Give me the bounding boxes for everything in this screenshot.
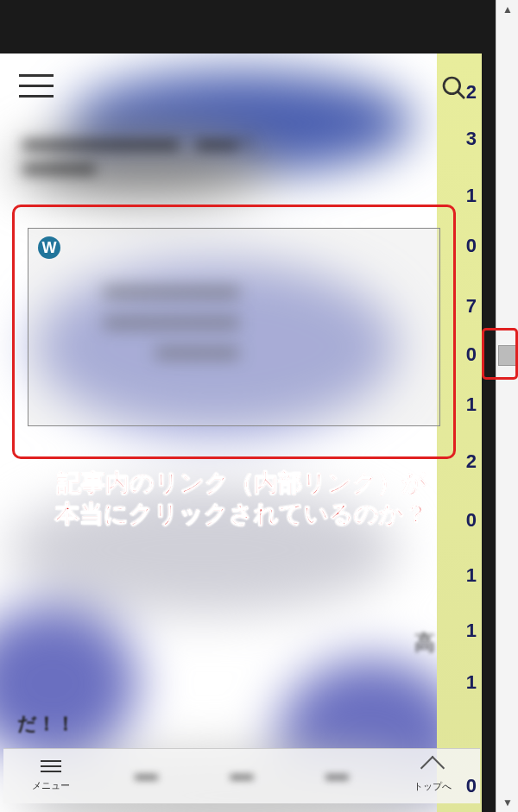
wordpress-icon: W [38,236,60,259]
svg-point-0 [444,78,460,94]
chevron-up-icon [420,756,445,780]
blur-text: 高 [414,629,435,657]
annotation-line2: 本当にクリックされているのか？ [55,500,428,527]
click-count: 3 [466,128,477,150]
bottom-top-label: トップへ [414,781,452,791]
click-count: 1 [466,185,477,207]
annotation-line1: 記事内のリンク（内部リンク）が [57,469,426,496]
click-count: 1 [466,671,477,694]
click-count: 1 [466,393,477,416]
bottom-menu-label: メニュー [32,779,70,792]
click-count: 2 [466,450,477,473]
scroll-up-arrow[interactable] [496,0,518,19]
bottom-menu-button[interactable]: メニュー [3,760,98,792]
click-count: 1 [466,564,477,587]
browser-scrollbar[interactable] [496,0,518,812]
click-count: 0 [466,509,477,532]
click-count: 0 [466,343,477,366]
blur-text: ■■■■■■■■■■■■■■■ ■■■■て、 [22,133,273,156]
svg-line-1 [458,91,464,98]
page-header [16,69,482,112]
scroll-down-arrow[interactable] [496,793,518,812]
scroll-position-highlight [482,328,518,380]
window-top-bar [0,0,482,54]
bottom-nav-item[interactable]: ■■■■ [98,771,193,782]
content-area: ■■■■■■■■■■■■■■■ ■■■■て、 ■■■■■■■ ■■■■■■■■■… [0,54,482,812]
hamburger-menu-button[interactable] [19,74,55,102]
click-count: 0 [466,775,477,797]
click-count: 2 [466,81,477,104]
search-icon[interactable] [440,74,468,102]
phone-frame: ■■■■■■■■■■■■■■■ ■■■■て、 ■■■■■■■ ■■■■■■■■■… [0,0,482,812]
bottom-nav-item[interactable]: ■■■■ [194,771,289,782]
click-count: 0 [466,235,477,257]
bottom-nav-item[interactable]: ■■■■ [289,771,384,782]
click-count: 7 [466,295,477,318]
highlighted-link-card-inner[interactable] [28,228,440,426]
annotation-caption: 記事内のリンク（内部リンク）が 本当にクリックされているのか？ [26,468,458,531]
blur-text: ■■■■■■■ [22,159,96,179]
bottom-toolbar: メニュー ■■■■ ■■■■ ■■■■ トップへ [3,748,480,803]
text-fragment: だ！！ [17,711,75,737]
click-count: 1 [466,620,477,642]
